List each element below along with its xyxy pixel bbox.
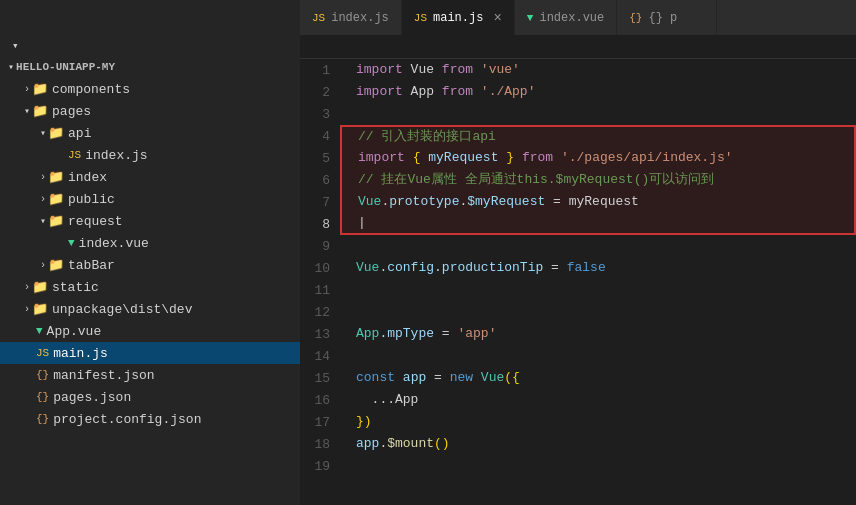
line-number: 2 [300,81,340,103]
code-line: }) [356,411,840,433]
token-plain: App [395,389,418,411]
line-number: 9 [300,235,340,257]
token-bool: false [567,257,606,279]
token-brk: }) [356,411,372,433]
list-item[interactable]: ▼App.vue [0,320,300,342]
line-number: 3 [300,103,340,125]
item-label: pages [52,104,91,119]
token-plain [473,367,481,389]
editor-content: 12345678910111213141516171819 import Vue… [300,59,856,505]
chevron-icon: › [40,172,46,183]
json-icon: {} [36,369,49,381]
sidebar-item-root[interactable]: ▾ HELLO-UNIAPP-MY [0,56,300,78]
list-item[interactable]: ›📁static [0,276,300,298]
token-cls: Vue [356,257,379,279]
list-item[interactable]: JSmain.js [0,342,300,364]
code-line: // 挂在Vue属性 全局通过this.$myRequest()可以访问到 [340,169,856,191]
list-item[interactable]: {}project.config.json [0,408,300,430]
main-area: ▾ ▾ HELLO-UNIAPP-MY›📁components▾📁pages▾📁… [0,35,856,505]
tab-label: {} p [648,11,677,25]
token-plain [473,81,481,103]
line-number: 6 [300,169,340,191]
breadcrumb-bar [300,35,856,59]
open-editors-header: ▾ [0,35,300,56]
code-line: import App from './App' [356,81,840,103]
js-icon: JS [68,149,81,161]
token-brk: } [506,147,514,169]
item-label: tabBar [68,258,115,273]
token-plain: . [459,191,467,213]
root-label: HELLO-UNIAPP-MY [16,61,115,73]
list-item[interactable]: {}pages.json [0,386,300,408]
tab-label: index.js [331,11,389,25]
code-line: App.mpType = 'app' [356,323,840,345]
token-plain: = [426,367,449,389]
code-line [356,103,840,125]
item-label: manifest.json [53,368,154,383]
tab-main-js[interactable]: JS main.js × [402,0,515,35]
code-line: import Vue from 'vue' [356,59,840,81]
token-comment: // 挂在Vue属性 全局通过this.$myRequest()可以访问到 [358,169,714,191]
list-item[interactable]: {}manifest.json [0,364,300,386]
list-item[interactable]: ▾📁request [0,210,300,232]
line-number: 7 [300,191,340,213]
chevron-icon: ▾ [40,215,46,227]
vue-icon: ▼ [68,237,75,249]
code-line: ...App [356,389,840,411]
tab-icon: ▼ [527,12,534,24]
code-line [356,455,840,477]
token-plain: . [379,323,387,345]
token-kw2: from [442,59,473,81]
list-item[interactable]: ›📁public [0,188,300,210]
tabs-area: JS index.js JS main.js ×▼ index.vue {} {… [300,0,856,35]
token-brk: () [434,433,450,455]
folder-icon: 📁 [32,279,48,295]
sidebar-tree: ▾ HELLO-UNIAPP-MY›📁components▾📁pages▾📁ap… [0,56,300,430]
tab-icon: JS [312,12,325,24]
token-var-name: app [356,433,379,455]
json-icon: {} [36,391,49,403]
token-plain: = [545,191,568,213]
folder-icon: 📁 [48,213,64,229]
token-var-name: myRequest [428,147,498,169]
code-area[interactable]: import Vue from 'vue'import App from './… [340,59,856,505]
token-plain: myRequest [569,191,639,213]
list-item[interactable]: ›📁unpackage\dist\dev [0,298,300,320]
list-item[interactable]: JSindex.js [0,144,300,166]
list-item[interactable]: ▼index.vue [0,232,300,254]
list-item[interactable]: ›📁components [0,78,300,100]
json-icon: {} [36,413,49,425]
list-item[interactable]: ▾📁pages [0,100,300,122]
line-number: 5 [300,147,340,169]
item-label: public [68,192,115,207]
line-number: 4 [300,125,340,147]
line-number: 16 [300,389,340,411]
token-cls: Vue [481,367,504,389]
folder-icon: 📁 [48,191,64,207]
js-icon: JS [36,347,49,359]
token-plain [553,147,561,169]
token-var-name: app [403,367,426,389]
line-number: 8 [300,213,340,235]
list-item[interactable]: ▾📁api [0,122,300,144]
token-plain: . [381,191,389,213]
line-number: 19 [300,455,340,477]
tab-index-vue[interactable]: ▼ index.vue [515,0,617,35]
token-spread: ... [372,389,395,411]
chevron-down-icon: ▾ [12,39,19,52]
token-kw2: import [358,147,405,169]
list-item[interactable]: ›📁tabBar [0,254,300,276]
tab-p-json[interactable]: {} {} p [617,0,717,35]
code-line [356,345,840,367]
token-plain: . [434,257,442,279]
token-plain [498,147,506,169]
token-plain [473,59,481,81]
token-brk: { [413,147,421,169]
token-brk: ({ [504,367,520,389]
tab-index-js[interactable]: JS index.js [300,0,402,35]
list-item[interactable]: ›📁index [0,166,300,188]
close-icon[interactable]: × [493,10,501,26]
token-plain: . [379,433,387,455]
chevron-icon: › [40,194,46,205]
chevron-icon: ▾ [40,127,46,139]
